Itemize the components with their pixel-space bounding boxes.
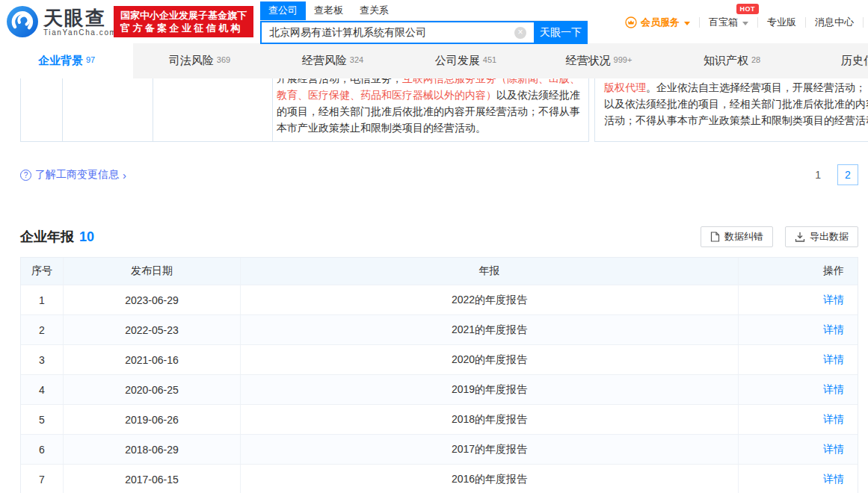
annual-table-header-row: 序号 发布日期 年报 操作 — [21, 258, 858, 285]
logo-domain: TianYanCha.com — [43, 28, 117, 37]
row-publish-date: 2023-06-29 — [64, 285, 241, 314]
header-action: 操作 — [739, 258, 858, 285]
chevron-right-icon: › — [123, 169, 126, 182]
row-action-cell: 详情 — [739, 405, 858, 434]
detail-link[interactable]: 详情 — [823, 473, 844, 486]
detail-link[interactable]: 详情 — [823, 323, 844, 337]
data-correction-label: 数据纠错 — [724, 230, 763, 244]
row-no: 6 — [21, 435, 64, 464]
nav-tab-经营风险[interactable]: 经营风险 324 — [266, 43, 399, 78]
row-action-cell: 详情 — [739, 465, 858, 493]
scope-text-black: 产业政策禁止和限制类项目的经营活动。 — [298, 122, 486, 134]
table-row: 2 2022-05-23 2021的年度报告 详情 — [21, 315, 858, 345]
search-input[interactable] — [260, 21, 534, 44]
nav-tab-label: 公司发展 — [435, 54, 480, 68]
nav-tab-司法风险[interactable]: 司法风险 369 — [133, 43, 266, 78]
scope-text-red: 版权代理 — [604, 81, 646, 93]
detail-link[interactable]: 详情 — [823, 353, 844, 367]
scope-right-line2: 以及依法须经批准的项目，经相关部门批准后依批准的内容开展经营 — [604, 96, 868, 112]
row-action-cell: 详情 — [739, 345, 858, 374]
nav-tab-经营状况[interactable]: 经营状况 999+ — [532, 43, 665, 78]
header-date: 发布日期 — [64, 258, 241, 285]
menu-pro-label: 专业版 — [767, 16, 796, 29]
row-no: 1 — [21, 285, 64, 314]
row-report-name: 2021的年度报告 — [241, 315, 739, 344]
question-circle-icon: ? — [20, 170, 31, 181]
nav-tab-count: 28 — [751, 55, 760, 64]
badge-line1: 国家中小企业发展子基金旗下 — [120, 9, 247, 22]
nav-tab-label: 企业背景 — [38, 54, 83, 68]
table-row: 5 2019-06-26 2018的年度报告 详情 — [21, 405, 858, 435]
annual-table-body: 1 2023-06-29 2022的年度报告 详情 2 2022-05-23 2… — [21, 285, 858, 493]
row-report-name: 2018的年度报告 — [241, 405, 739, 434]
row-publish-date: 2021-06-16 — [64, 345, 241, 374]
nav-tab-知识产权[interactable]: 知识产权 28 — [665, 43, 798, 78]
row-report-name: 2022的年度报告 — [241, 285, 739, 314]
nav-tab-label: 经营风险 — [302, 54, 347, 68]
detail-link[interactable]: 详情 — [823, 413, 844, 427]
nav-tab-历史信息[interactable]: 历史信息 — [798, 43, 868, 78]
row-report-name: 2017的年度报告 — [241, 435, 739, 464]
nav-tab-label: 经营状况 — [566, 54, 611, 68]
export-data-label: 导出数据 — [810, 230, 849, 244]
data-correction-button[interactable]: 数据纠错 — [701, 226, 773, 247]
tianyancha-logo[interactable]: 天眼查 TianYanCha.com — [6, 5, 117, 38]
annual-title: 企业年报 — [20, 229, 74, 244]
table-row: 3 2021-06-16 2020的年度报告 详情 — [21, 345, 858, 375]
row-report-name: 2016的年度报告 — [241, 465, 739, 493]
row-no: 4 — [21, 375, 64, 404]
annual-count: 10 — [79, 229, 94, 244]
search-tab-company[interactable]: 查公司 — [260, 1, 306, 20]
nav-tab-公司发展[interactable]: 公司发展 451 — [399, 43, 532, 78]
export-data-button[interactable]: 导出数据 — [785, 226, 858, 247]
nav-tab-企业背景[interactable]: 企业背景 97 — [0, 43, 133, 78]
scope-text-red: 互联网信息服务业务（除新闻、出版、 — [402, 78, 580, 84]
scope-right-line3: 活动；不得从事本市产业政策禁止和限制类项目的经营活动。 — [604, 112, 868, 128]
logo-swirl-icon — [6, 5, 39, 38]
scope-text-black: 开展经营活动；电信业务； — [277, 78, 402, 84]
header-no: 序号 — [21, 258, 64, 285]
menu-vip-services[interactable]: 会员服务 — [616, 16, 699, 29]
detail-link[interactable]: 详情 — [823, 443, 844, 456]
badge-line2: 官方备案企业征信机构 — [120, 22, 247, 34]
search-tab-relation[interactable]: 查关系 — [351, 1, 397, 20]
page-1[interactable]: 1 — [812, 169, 824, 181]
annual-report-table: 序号 发布日期 年报 操作 1 2023-06-29 2022的年度报告 详情 … — [20, 257, 858, 493]
clear-input-icon[interactable]: × — [514, 27, 526, 39]
scope-empty-cell — [20, 78, 62, 141]
row-action-cell: 详情 — [739, 375, 858, 404]
chevron-down-icon — [684, 22, 690, 25]
pagination: 1 2 — [812, 164, 858, 185]
scope-right-line1: 版权代理。企业依法自主选择经营项目，开展经营活动； — [604, 79, 868, 96]
change-info-link[interactable]: ? 了解工商变更信息 › — [20, 168, 126, 182]
row-action-cell: 详情 — [739, 285, 858, 314]
row-no: 5 — [21, 405, 64, 434]
menu-pro-version[interactable]: 专业版 — [758, 16, 805, 29]
table-row: 7 2017-06-15 2016的年度报告 详情 — [21, 465, 858, 493]
search-tab-boss[interactable]: 查老板 — [306, 1, 351, 20]
top-header: 天眼查 TianYanCha.com 国家中小企业发展子基金旗下 官方备案企业征… — [0, 0, 868, 43]
download-icon — [795, 232, 805, 242]
row-no: 2 — [21, 315, 64, 344]
scope-empty-cell — [62, 78, 153, 141]
nav-tab-count: 324 — [350, 55, 363, 64]
search-area: 查公司 查老板 查关系 × 天眼一下 — [260, 1, 588, 44]
menu-messages-label: 消息中心 — [815, 16, 854, 29]
menu-message-center[interactable]: 消息中心 — [806, 16, 863, 29]
search-button[interactable]: 天眼一下 — [534, 21, 588, 44]
menu-toolbox[interactable]: HOT 百宝箱 — [700, 16, 757, 29]
nav-tab-count: 369 — [217, 55, 230, 64]
detail-link[interactable]: 详情 — [823, 383, 844, 397]
row-report-name: 2020的年度报告 — [241, 345, 739, 374]
row-report-name: 2019的年度报告 — [241, 375, 739, 404]
table-row: 1 2023-06-29 2022的年度报告 详情 — [21, 285, 858, 315]
row-action-cell: 详情 — [739, 315, 858, 344]
table-row: 6 2018-06-29 2017的年度报告 详情 — [21, 435, 858, 465]
annual-report-header: 企业年报10 数据纠错 导出数据 — [20, 226, 858, 248]
chevron-down-icon — [742, 22, 748, 25]
document-icon — [710, 232, 720, 242]
page-2[interactable]: 2 — [837, 164, 858, 185]
annual-title-wrap: 企业年报10 — [20, 228, 94, 246]
change-info-row: ? 了解工商变更信息 › 1 2 — [20, 164, 858, 185]
detail-link[interactable]: 详情 — [823, 294, 844, 307]
